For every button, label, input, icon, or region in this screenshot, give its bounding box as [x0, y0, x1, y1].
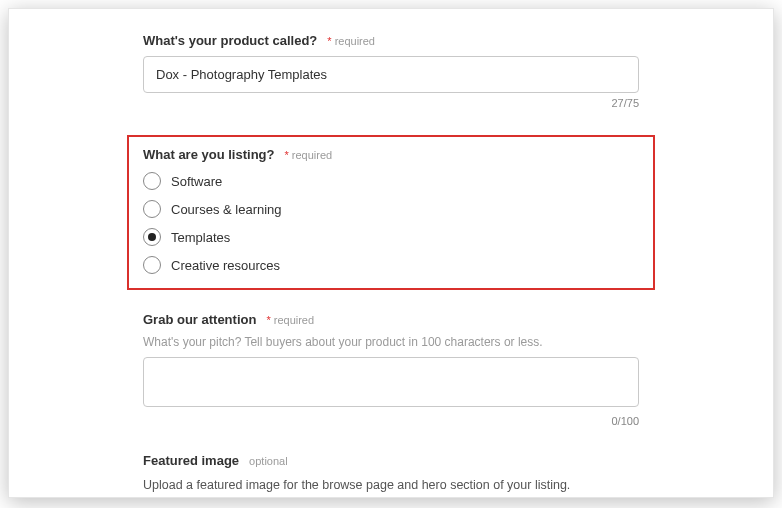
radio-icon — [143, 172, 161, 190]
listing-type-radio-group: Software Courses & learning Templates Cr… — [143, 172, 639, 274]
product-name-section: What's your product called? * required 2… — [143, 33, 639, 109]
featured-image-label: Featured image — [143, 453, 239, 468]
radio-option-courses[interactable]: Courses & learning — [143, 200, 639, 218]
radio-label: Software — [171, 174, 222, 189]
required-indicator: * required — [266, 314, 314, 326]
radio-option-templates[interactable]: Templates — [143, 228, 639, 246]
attention-label: Grab our attention — [143, 312, 256, 327]
required-indicator: * required — [284, 149, 332, 161]
radio-icon — [143, 256, 161, 274]
featured-image-description: Upload a featured image for the browse p… — [143, 476, 639, 498]
listing-type-section: What are you listing? * required Softwar… — [127, 135, 655, 290]
radio-label: Templates — [171, 230, 230, 245]
attention-section: Grab our attention * required What's you… — [143, 312, 639, 427]
radio-label: Creative resources — [171, 258, 280, 273]
attention-textarea[interactable] — [143, 357, 639, 407]
radio-icon — [143, 200, 161, 218]
product-name-counter: 27/75 — [143, 97, 639, 109]
radio-icon — [143, 228, 161, 246]
radio-label: Courses & learning — [171, 202, 282, 217]
required-indicator: * required — [327, 35, 375, 47]
product-name-input[interactable] — [143, 56, 639, 93]
featured-image-section: Featured image optional Upload a feature… — [143, 453, 639, 498]
radio-option-software[interactable]: Software — [143, 172, 639, 190]
listing-type-label: What are you listing? — [143, 147, 274, 162]
attention-counter: 0/100 — [143, 415, 639, 427]
product-name-label: What's your product called? — [143, 33, 317, 48]
attention-hint: What's your pitch? Tell buyers about you… — [143, 335, 639, 349]
optional-indicator: optional — [249, 455, 288, 467]
radio-option-creative[interactable]: Creative resources — [143, 256, 639, 274]
